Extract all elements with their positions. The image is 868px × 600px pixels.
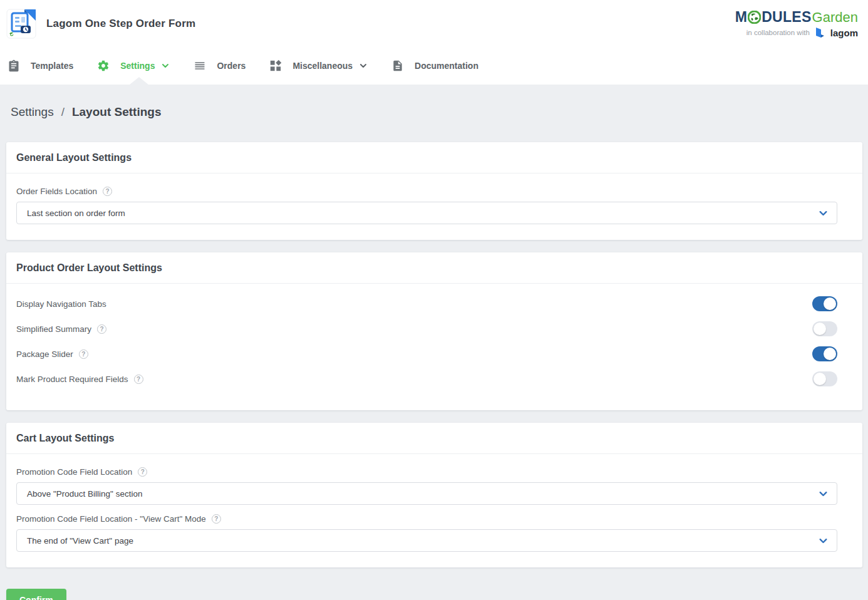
card-header: Cart Layout Settings: [6, 423, 862, 454]
order-fields-location-select[interactable]: Last section on order form: [16, 202, 837, 224]
breadcrumb-current-page: Layout Settings: [72, 105, 162, 119]
promotion-code-field-location-label: Promotion Code Field Location: [16, 467, 132, 477]
chevron-down-icon: [161, 61, 170, 70]
brand-dules-text: DULES: [762, 9, 811, 26]
toggle-label-wrap: Package Slider ?: [16, 349, 88, 359]
toggle-knob: [814, 323, 826, 335]
toggle-knob: [824, 348, 836, 360]
app-logo-icon: [5, 8, 38, 40]
lagom-wordmark: lagom: [830, 28, 858, 38]
chevron-down-icon: [819, 536, 828, 546]
promotion-code-field-location-select[interactable]: Above "Product Billing" section: [16, 482, 837, 505]
toggle-knob: [814, 373, 826, 385]
simplified-summary-label: Simplified Summary: [16, 324, 91, 334]
mark-product-required-fields-toggle[interactable]: [812, 371, 837, 386]
help-icon[interactable]: ?: [134, 375, 143, 384]
app-header: Lagom One Step Order Form M DULES Garden…: [0, 0, 868, 47]
lagom-logo-icon: [815, 27, 825, 38]
chevron-down-icon: [819, 489, 828, 499]
card-body: Order Fields Location ? Last section on …: [6, 173, 862, 240]
modulesgarden-brand: M DULES Garden in collaboration with lag…: [735, 9, 859, 38]
help-icon[interactable]: ?: [97, 324, 106, 334]
promotion-code-view-cart-mode-select[interactable]: The end of "View Cart" page: [16, 529, 837, 552]
cart-layout-settings-card: Cart Layout Settings Promotion Code Fiel…: [6, 423, 862, 567]
toggle-label-wrap: Display Navigation Tabs: [16, 299, 106, 309]
card-header: Product Order Layout Settings: [6, 252, 862, 284]
globe-icon: [748, 11, 761, 24]
promotion-code-view-cart-mode-label: Promotion Code Field Location - "View Ca…: [16, 514, 206, 524]
help-icon[interactable]: ?: [103, 187, 112, 196]
chevron-down-icon: [359, 61, 368, 70]
active-tab-caret: [130, 77, 148, 85]
toggle-label-wrap: Simplified Summary ?: [16, 324, 106, 334]
toggle-knob: [824, 297, 836, 310]
toggle-label-wrap: Mark Product Required Fields ?: [16, 375, 143, 384]
footer-actions: Confirm: [6, 580, 862, 600]
field-label-row: Promotion Code Field Location - "View Ca…: [16, 514, 837, 524]
card-title: General Layout Settings: [16, 152, 132, 163]
field-label-row: Promotion Code Field Location ?: [16, 467, 837, 477]
confirm-button[interactable]: Confirm: [6, 589, 66, 600]
nav-label-miscellaneous: Miscellaneous: [292, 61, 353, 71]
nav-label-documentation: Documentation: [415, 61, 478, 71]
select-value: Above "Product Billing" section: [27, 489, 142, 499]
toggle-row-simplified-summary: Simplified Summary ?: [16, 316, 837, 341]
general-layout-settings-card: General Layout Settings Order Fields Loc…: [6, 142, 862, 240]
nav-item-documentation[interactable]: Documentation: [391, 59, 478, 72]
list-icon: [194, 59, 206, 72]
order-fields-location-label: Order Fields Location: [16, 187, 97, 196]
help-icon[interactable]: ?: [79, 349, 88, 359]
nav-label-settings: Settings: [120, 61, 155, 71]
nav-item-templates[interactable]: Templates: [8, 59, 73, 72]
gear-icon: [97, 59, 110, 72]
collaboration-row: in collaboration with lagom: [747, 27, 858, 38]
modulesgarden-logo: M DULES Garden: [735, 9, 858, 26]
package-slider-label: Package Slider: [16, 349, 73, 359]
help-icon[interactable]: ?: [212, 514, 221, 524]
collaboration-text: in collaboration with: [747, 29, 810, 36]
card-header: General Layout Settings: [6, 142, 862, 173]
breadcrumb-section[interactable]: Settings: [11, 105, 54, 119]
card-body: Display Navigation Tabs Simplified Summa…: [6, 284, 862, 410]
grid-icon: [269, 59, 282, 72]
toggle-row-package-slider: Package Slider ?: [16, 341, 837, 366]
toggle-row-mark-product-required-fields: Mark Product Required Fields ?: [16, 366, 837, 391]
nav-item-settings[interactable]: Settings: [97, 59, 170, 72]
page-title: Lagom One Step Order Form: [46, 18, 195, 30]
simplified-summary-toggle[interactable]: [812, 321, 837, 336]
breadcrumb: Settings / Layout Settings: [6, 85, 862, 142]
package-slider-toggle[interactable]: [812, 346, 837, 361]
document-icon: [391, 59, 404, 72]
toggle-row-display-navigation-tabs: Display Navigation Tabs: [16, 291, 837, 316]
brand-garden-text: Garden: [812, 9, 858, 26]
brand-m-text: M: [735, 9, 747, 26]
nav-label-orders: Orders: [217, 61, 245, 71]
clipboard-icon: [8, 59, 20, 72]
chevron-down-icon: [819, 209, 828, 218]
nav-item-orders[interactable]: Orders: [194, 59, 245, 72]
select-value: The end of "View Cart" page: [27, 536, 133, 546]
breadcrumb-separator: /: [61, 105, 65, 119]
display-navigation-tabs-toggle[interactable]: [812, 296, 837, 311]
card-title: Cart Layout Settings: [16, 433, 114, 443]
card-body: Promotion Code Field Location ? Above "P…: [6, 454, 862, 567]
content-area: Settings / Layout Settings General Layou…: [0, 85, 868, 600]
nav-item-miscellaneous[interactable]: Miscellaneous: [269, 59, 368, 72]
mark-product-required-fields-label: Mark Product Required Fields: [16, 375, 128, 384]
nav-label-templates: Templates: [31, 61, 73, 71]
display-navigation-tabs-label: Display Navigation Tabs: [16, 299, 106, 309]
select-value: Last section on order form: [27, 209, 125, 218]
field-label-row: Order Fields Location ?: [16, 187, 837, 196]
help-icon[interactable]: ?: [138, 467, 147, 477]
card-title: Product Order Layout Settings: [16, 262, 162, 273]
product-order-layout-settings-card: Product Order Layout Settings Display Na…: [6, 252, 862, 410]
